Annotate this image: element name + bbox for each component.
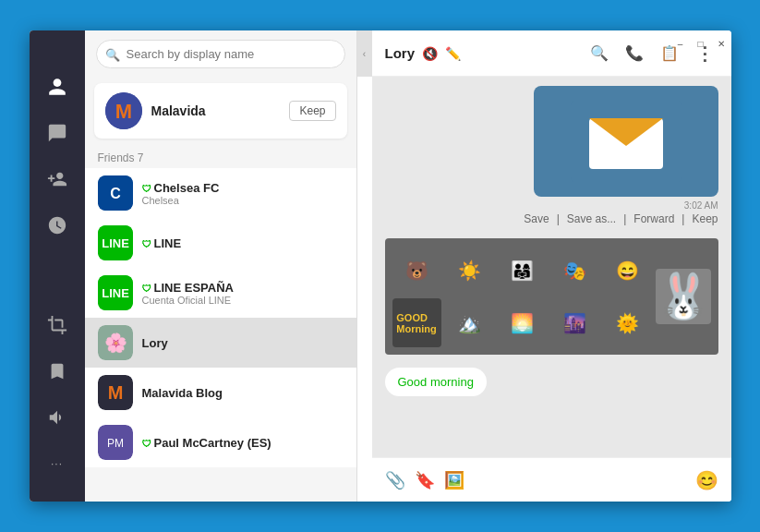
friend-name-chelsea: 🛡Chelsea FC	[142, 181, 344, 195]
friend-item[interactable]: PM 🛡Paul McCartney (ES)	[85, 417, 356, 467]
good-morning-text: Good morning	[398, 375, 474, 389]
edit-icon: ✏️	[445, 46, 461, 61]
svg-text:LINE: LINE	[102, 286, 129, 300]
sticker-sunwrench[interactable]: 🌞	[603, 298, 652, 347]
official-badge: 🛡	[142, 239, 151, 249]
friend-avatar-line: LINE	[98, 225, 133, 260]
separator3: |	[682, 212, 684, 225]
friend-name-malavida-blog: Malavida Blog	[142, 386, 344, 400]
chat-call-button[interactable]: 📞	[621, 40, 648, 67]
svg-text:LINE: LINE	[102, 236, 129, 250]
friend-sub-line-espana: Cuenta Oficial LINE	[142, 295, 344, 306]
friend-item[interactable]: 🌸 Lory	[85, 318, 356, 368]
search-input[interactable]	[96, 40, 345, 68]
sidebar-icon-chat[interactable]	[30, 110, 85, 156]
sticker-panel-container: 🐻 ☀️ 👨‍👩‍👧 🎭 😄 🐰 GOODMorning 🏔️ 🌅 🌆 🌞	[385, 238, 718, 355]
emoji-button[interactable]: 😊	[695, 469, 718, 491]
friend-sub-chelsea: Chelsea	[142, 195, 344, 206]
collapse-panel-arrow[interactable]: ‹	[357, 30, 372, 77]
friend-item[interactable]: LINE 🛡LINE	[85, 218, 356, 268]
forward-action[interactable]: Forward	[633, 212, 674, 225]
incoming-message: Good morning	[385, 362, 718, 402]
keep-action[interactable]: Keep	[692, 212, 718, 225]
sticker-goodmorning[interactable]: GOODMorning	[392, 298, 441, 347]
image-input-icon[interactable]: 🖼️	[444, 470, 464, 490]
svg-text:M: M	[115, 100, 131, 123]
friend-name-line-espana: 🛡LINE ESPAÑA	[142, 281, 344, 295]
friend-avatar-line-espana: LINE	[98, 275, 133, 310]
friends-panel: 🔍 M Malavida Keep Friends 7	[85, 30, 357, 502]
message-time: 3:02 AM	[684, 200, 718, 211]
separator: |	[557, 212, 560, 225]
save-action[interactable]: Save	[524, 212, 549, 225]
official-badge: 🛡	[142, 439, 151, 449]
sidebar-bottom: ···	[30, 302, 85, 502]
friend-info-line: 🛡LINE	[142, 236, 344, 250]
svg-text:C: C	[110, 186, 121, 201]
keep-button[interactable]: Keep	[289, 101, 335, 121]
chat-search-button[interactable]: 🔍	[585, 40, 613, 67]
incoming-bubble: Good morning	[385, 368, 487, 396]
more-dots: ···	[51, 457, 63, 470]
friend-info-lory: Lory	[142, 336, 344, 350]
title-bar: – □ ✕	[667, 30, 731, 56]
friend-name-paul: 🛡Paul McCartney (ES)	[142, 436, 344, 450]
friends-section-label: Friends 7	[85, 144, 356, 168]
friend-info-malavida-blog: Malavida Blog	[142, 386, 344, 400]
chat-input-bar: 📎 🔖 🖼️ 😊	[372, 457, 731, 502]
sticker-citynight[interactable]: 🌆	[550, 298, 599, 347]
chat-body: 3:02 AM Save | Save as... | Forward | Ke…	[372, 77, 731, 457]
separator2: |	[623, 212, 626, 225]
mute-icon: 🔇	[422, 46, 438, 61]
image-message-bubble	[534, 86, 718, 197]
sticker-sun[interactable]: ☀️	[445, 246, 494, 295]
save-as-action[interactable]: Save as...	[567, 212, 616, 225]
maximize-button[interactable]: □	[691, 30, 711, 56]
friend-item[interactable]: M Malavida Blog	[85, 368, 356, 417]
sticker-sunrise[interactable]: 🌅	[498, 298, 547, 347]
minimize-button[interactable]: –	[670, 30, 691, 56]
svg-text:M: M	[107, 382, 123, 403]
friends-panel-header: 🔍	[85, 30, 356, 78]
message-actions: Save | Save as... | Forward | Keep	[524, 212, 718, 225]
close-button[interactable]: ✕	[711, 30, 731, 56]
sticker-smile[interactable]: 😄	[603, 246, 652, 295]
sticker-bear[interactable]: 🐻	[392, 246, 441, 295]
friend-avatar-lory: 🌸	[98, 325, 133, 360]
sidebar-icon-crop[interactable]	[30, 302, 85, 348]
chat-title: Lory 🔇 ✏️	[385, 45, 578, 61]
chat-contact-name: Lory	[385, 45, 416, 61]
svg-text:🌸: 🌸	[103, 332, 127, 354]
friend-name-line: 🛡LINE	[142, 236, 344, 250]
sticker-family[interactable]: 👨‍👩‍👧	[498, 246, 547, 295]
bookmark-input-icon[interactable]: 🔖	[415, 470, 435, 490]
friend-item[interactable]: LINE 🛡LINE ESPAÑA Cuenta Oficial LINE	[85, 268, 356, 318]
svg-text:PM: PM	[107, 437, 124, 450]
sidebar-icon-speaker[interactable]	[30, 394, 85, 441]
sticker-costume[interactable]: 🎭	[550, 246, 599, 295]
friend-avatar-malavida-blog: M	[98, 375, 133, 410]
app-window: – □ ✕ ···	[30, 30, 731, 502]
official-badge: 🛡	[142, 184, 151, 194]
chat-panel: Lory 🔇 ✏️ 🔍 📞 📋 ⋮ 3:0	[372, 30, 731, 502]
keep-avatar: M	[105, 92, 142, 129]
friend-avatar-paul: PM	[98, 425, 133, 460]
sticker-grid[interactable]: 🐻 ☀️ 👨‍👩‍👧 🎭 😄 🐰 GOODMorning 🏔️ 🌅 🌆 🌞	[385, 238, 718, 355]
search-icon: 🔍	[105, 47, 120, 61]
sidebar-icon-timeline[interactable]	[30, 202, 85, 248]
sidebar-icon-more[interactable]: ···	[30, 441, 85, 487]
sidebar-icon-add-friend[interactable]	[30, 156, 85, 202]
sidebar-icon-bookmark[interactable]	[30, 348, 85, 394]
friend-item[interactable]: C 🛡Chelsea FC Chelsea	[85, 168, 356, 218]
keep-card-name: Malavida	[151, 103, 281, 118]
friend-name-lory: Lory	[142, 336, 344, 350]
official-badge: 🛡	[142, 284, 151, 294]
sidebar: ···	[30, 30, 85, 502]
friend-info-line-espana: 🛡LINE ESPAÑA Cuenta Oficial LINE	[142, 281, 344, 306]
sticker-mountain[interactable]: 🏔️	[445, 298, 494, 347]
attachment-icon[interactable]: 📎	[385, 470, 405, 490]
sticker-rabbit[interactable]: 🐰	[656, 269, 711, 324]
friend-avatar-chelsea: C	[98, 175, 133, 211]
friend-info-chelsea: 🛡Chelsea FC Chelsea	[142, 181, 344, 206]
sidebar-icon-profile[interactable]	[30, 64, 85, 110]
